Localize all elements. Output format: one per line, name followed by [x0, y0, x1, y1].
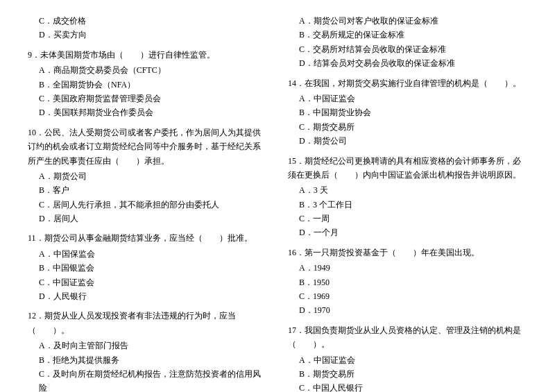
q16-option-c: C．1969 [288, 289, 527, 303]
q13-option-c: C．交易所对结算会员收取的保证金标准 [288, 42, 527, 56]
question-15: 15．期货经纪公司更换聘请的具有相应资格的会计师事务所，必须在更换后（ ）内向中… [288, 154, 527, 240]
question-10-title: 10．公民、法人受期货公司或者客户委托，作为居间人为其提供订约的机会或者订立期货… [28, 126, 267, 168]
question-14-title: 14．在我国，对期货交易实施行业自律管理的机构是（ ）。 [288, 76, 527, 90]
question-16: 16．第一只期货投资基金于（ ）年在美国出现。 A．1949 B．1950 C．… [288, 246, 527, 318]
q16-option-d: D．1970 [288, 303, 527, 317]
question-cd-group: C．成交价格 D．买卖方向 [28, 14, 267, 42]
option-d: D．买卖方向 [28, 28, 267, 42]
left-column: C．成交价格 D．买卖方向 9．未体美国期货市场由（ ）进行自律性监管。 A．商… [28, 14, 267, 392]
q9-option-a: A．商品期货交易委员会（CFTC） [28, 63, 267, 77]
q12-option-b: B．拒绝为其提供服务 [28, 353, 267, 367]
q11-option-a: A．中国保监会 [28, 247, 267, 261]
question-11-title: 11．期货公司从事金融期货结算业务，应当经（ ）批准。 [28, 231, 267, 245]
q17-option-c: C．中国人民银行 [288, 381, 527, 392]
q13-option-a: A．期货公司对客户收取的保证金标准 [288, 14, 527, 28]
q15-option-c: C．一周 [288, 212, 527, 225]
q9-option-b: B．全国期货协会（NFA） [28, 78, 267, 92]
q11-option-b: B．中国银监会 [28, 261, 267, 275]
q14-option-b: B．中国期货业协会 [288, 105, 527, 119]
q17-option-a: A．中国证监会 [288, 353, 527, 367]
q11-option-c: C．中国证监会 [28, 275, 267, 289]
question-9-title: 9．未体美国期货市场由（ ）进行自律性监管。 [28, 48, 267, 62]
question-17: 17．我国负责期货业从业人员资格的认定、管理及注销的机构是（ ）。 A．中国证监… [288, 323, 527, 392]
right-column: A．期货公司对客户收取的保证金标准 B．交易所规定的保证金标准 C．交易所对结算… [288, 14, 527, 392]
q10-option-d: D．居间人 [28, 212, 267, 225]
q15-option-d: D．一个月 [288, 225, 527, 239]
q14-option-c: C．期货交易所 [288, 120, 527, 134]
q12-option-a: A．及时向主管部门报告 [28, 339, 267, 352]
option-c: C．成交价格 [28, 14, 267, 28]
q10-option-a: A．期货公司 [28, 169, 267, 183]
q11-option-d: D．人民银行 [28, 289, 267, 303]
question-11: 11．期货公司从事金融期货结算业务，应当经（ ）批准。 A．中国保监会 B．中国… [28, 231, 267, 303]
q13-option-d: D．结算会员对交易会员收取的保证金标准 [288, 56, 527, 70]
q9-option-d: D．美国联邦期货业合作委员会 [28, 105, 267, 119]
question-10: 10．公民、法人受期货公司或者客户委托，作为居间人为其提供订约的机会或者订立期货… [28, 126, 267, 226]
q16-option-a: A．1949 [288, 261, 527, 275]
q15-option-a: A．3 天 [288, 183, 527, 197]
question-12: 12．期货从业人员发现投资者有非法违规的行为时，应当（ ）。 A．及时向主管部门… [28, 309, 267, 392]
q14-option-d: D．期货公司 [288, 134, 527, 148]
question-17-title: 17．我国负责期货业从业人员资格的认定、管理及注销的机构是（ ）。 [288, 323, 527, 352]
q14-option-a: A．中国证监会 [288, 92, 527, 105]
question-15-title: 15．期货经纪公司更换聘请的具有相应资格的会计师事务所，必须在更换后（ ）内向中… [288, 154, 527, 182]
q10-option-c: C．居间人先行承担，其不能承担的部分由委托人 [28, 198, 267, 212]
q12-option-c: C．及时向所在期货经纪机构报告，注意防范投资者的信用风险 [28, 367, 267, 392]
question-12-title: 12．期货从业人员发现投资者有非法违规的行为时，应当（ ）。 [28, 309, 267, 337]
question-13-options: A．期货公司对客户收取的保证金标准 B．交易所规定的保证金标准 C．交易所对结算… [288, 14, 527, 71]
q15-option-b: B．3 个工作日 [288, 198, 527, 212]
q9-option-c: C．美国政府期货监督管理委员会 [28, 92, 267, 105]
main-content: C．成交价格 D．买卖方向 9．未体美国期货市场由（ ）进行自律性监管。 A．商… [28, 14, 527, 392]
q17-option-b: B．期货交易所 [288, 367, 527, 381]
question-16-title: 16．第一只期货投资基金于（ ）年在美国出现。 [288, 246, 527, 259]
q13-option-b: B．交易所规定的保证金标准 [288, 28, 527, 42]
q10-option-b: B．客户 [28, 183, 267, 197]
question-14: 14．在我国，对期货交易实施行业自律管理的机构是（ ）。 A．中国证监会 B．中… [288, 76, 527, 148]
question-9: 9．未体美国期货市场由（ ）进行自律性监管。 A．商品期货交易委员会（CFTC）… [28, 48, 267, 120]
q16-option-b: B．1950 [288, 275, 527, 289]
page-container: C．成交价格 D．买卖方向 9．未体美国期货市场由（ ）进行自律性监管。 A．商… [28, 14, 527, 392]
